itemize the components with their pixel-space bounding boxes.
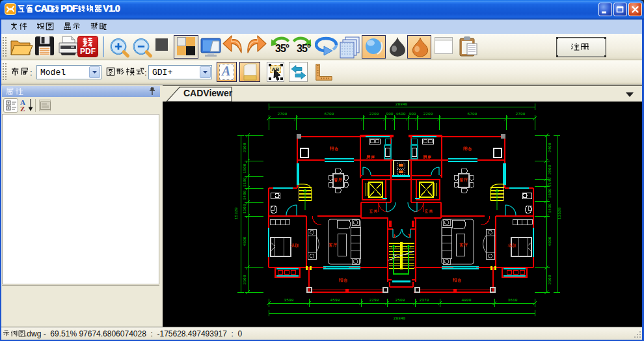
svg-text:6708: 6708 (468, 112, 477, 116)
svg-text:2508: 2508 (396, 298, 405, 303)
svg-text:1400: 1400 (548, 203, 552, 213)
svg-text:2708: 2708 (516, 112, 526, 116)
svg-text:1400: 1400 (243, 190, 247, 200)
svg-text:4800: 4800 (462, 298, 472, 303)
svg-text:1600: 1600 (396, 112, 406, 116)
svg-text:1100: 1100 (243, 177, 247, 187)
svg-text:1500: 1500 (243, 163, 247, 173)
svg-text:2400: 2400 (548, 143, 552, 152)
svg-text:3598: 3598 (284, 298, 294, 303)
svg-text:900: 900 (409, 112, 416, 116)
svg-text:2900: 2900 (548, 165, 552, 174)
svg-text:28840: 28840 (394, 316, 406, 321)
svg-text:900: 900 (386, 112, 393, 116)
svg-text:2208: 2208 (423, 112, 433, 116)
svg-text:4500: 4500 (243, 236, 247, 246)
svg-text:28840: 28840 (396, 102, 408, 107)
svg-text:15320: 15320 (234, 207, 239, 219)
svg-text:2298: 2298 (369, 298, 379, 303)
svg-text:2100: 2100 (548, 275, 552, 284)
svg-text:13520: 13520 (557, 207, 562, 219)
svg-text:6708: 6708 (325, 112, 334, 116)
svg-text:2208: 2208 (369, 112, 379, 116)
svg-text:1500: 1500 (548, 188, 552, 198)
svg-text:4598: 4598 (330, 298, 340, 303)
svg-text:2100: 2100 (243, 143, 247, 152)
svg-text:2370: 2370 (420, 298, 429, 303)
svg-text:2100: 2100 (243, 275, 247, 284)
svg-text:3610: 3610 (508, 298, 518, 303)
svg-text:2708: 2708 (278, 112, 288, 116)
svg-text:1300: 1300 (243, 204, 247, 213)
svg-text:4800: 4800 (548, 236, 552, 246)
svg-text:1140: 1140 (548, 177, 552, 187)
